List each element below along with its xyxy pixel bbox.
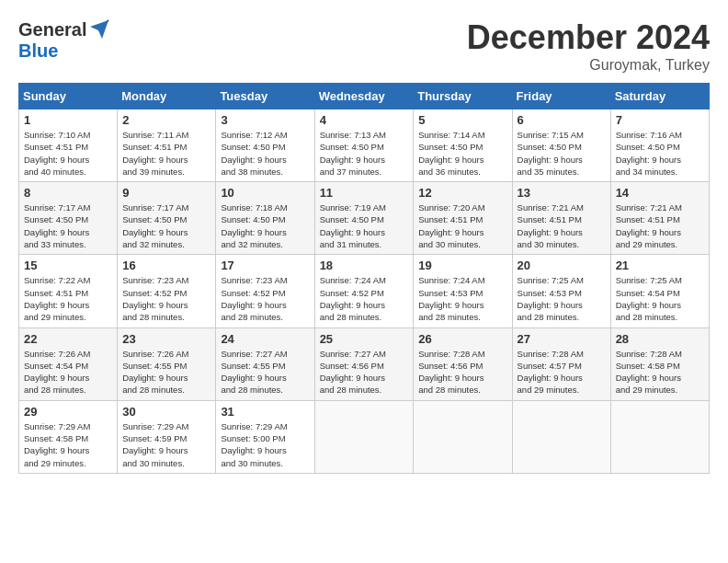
day-info: Sunrise: 7:11 AMSunset: 4:51 PMDaylight:…	[122, 129, 210, 178]
day-number: 8	[24, 186, 112, 200]
day-cell: 20Sunrise: 7:25 AMSunset: 4:53 PMDayligh…	[512, 255, 610, 327]
day-cell: 26Sunrise: 7:28 AMSunset: 4:56 PMDayligh…	[414, 327, 512, 400]
header-monday: Monday	[118, 84, 216, 109]
week-row-1: 1Sunrise: 7:10 AMSunset: 4:51 PMDaylight…	[19, 109, 710, 182]
day-info: Sunrise: 7:21 AMSunset: 4:51 PMDaylight:…	[518, 201, 606, 250]
logo-general-text: General	[18, 19, 86, 40]
day-info: Sunrise: 7:24 AMSunset: 4:53 PMDaylight:…	[418, 274, 506, 323]
day-number: 21	[616, 259, 704, 272]
day-info: Sunrise: 7:16 AMSunset: 4:50 PMDaylight:…	[616, 129, 704, 178]
day-cell: 6Sunrise: 7:15 AMSunset: 4:50 PMDaylight…	[512, 109, 610, 182]
day-number: 16	[122, 259, 210, 272]
location-subtitle: Guroymak, Turkey	[467, 57, 710, 74]
week-row-3: 15Sunrise: 7:22 AMSunset: 4:51 PMDayligh…	[19, 255, 710, 327]
day-number: 25	[320, 332, 409, 346]
day-number: 19	[418, 259, 506, 272]
day-cell: 2Sunrise: 7:11 AMSunset: 4:51 PMDaylight…	[118, 109, 216, 182]
day-info: Sunrise: 7:26 AMSunset: 4:55 PMDaylight:…	[122, 348, 210, 396]
header-tuesday: Tuesday	[216, 84, 314, 109]
day-number: 2	[122, 113, 210, 127]
day-info: Sunrise: 7:14 AMSunset: 4:50 PMDaylight:…	[418, 129, 506, 178]
day-cell: 22Sunrise: 7:26 AMSunset: 4:54 PMDayligh…	[19, 327, 118, 400]
day-number: 26	[418, 332, 506, 346]
week-row-5: 29Sunrise: 7:29 AMSunset: 4:58 PMDayligh…	[19, 400, 710, 473]
day-info: Sunrise: 7:22 AMSunset: 4:51 PMDaylight:…	[24, 274, 112, 323]
day-cell: 27Sunrise: 7:28 AMSunset: 4:57 PMDayligh…	[512, 327, 610, 400]
day-cell	[512, 400, 610, 473]
day-cell: 9Sunrise: 7:17 AMSunset: 4:50 PMDaylight…	[118, 182, 216, 255]
day-info: Sunrise: 7:29 AMSunset: 4:58 PMDaylight:…	[24, 420, 112, 469]
week-row-2: 8Sunrise: 7:17 AMSunset: 4:50 PMDaylight…	[19, 182, 710, 255]
day-info: Sunrise: 7:19 AMSunset: 4:50 PMDaylight:…	[320, 201, 409, 250]
day-cell: 4Sunrise: 7:13 AMSunset: 4:50 PMDaylight…	[314, 109, 414, 182]
day-cell: 23Sunrise: 7:26 AMSunset: 4:55 PMDayligh…	[118, 327, 216, 400]
day-info: Sunrise: 7:25 AMSunset: 4:53 PMDaylight:…	[518, 274, 606, 323]
day-number: 22	[24, 332, 112, 346]
day-number: 18	[320, 259, 409, 272]
day-number: 7	[616, 113, 704, 127]
page-header: General Blue December 2024 Guroymak, Tur…	[18, 18, 710, 74]
day-cell: 8Sunrise: 7:17 AMSunset: 4:50 PMDaylight…	[19, 182, 118, 255]
day-cell: 1Sunrise: 7:10 AMSunset: 4:51 PMDaylight…	[19, 109, 118, 182]
day-info: Sunrise: 7:28 AMSunset: 4:57 PMDaylight:…	[518, 348, 606, 396]
day-info: Sunrise: 7:12 AMSunset: 4:50 PMDaylight:…	[221, 129, 309, 178]
day-cell: 17Sunrise: 7:23 AMSunset: 4:52 PMDayligh…	[216, 255, 314, 327]
day-number: 3	[221, 113, 309, 127]
day-info: Sunrise: 7:20 AMSunset: 4:51 PMDaylight:…	[418, 201, 506, 250]
day-cell: 21Sunrise: 7:25 AMSunset: 4:54 PMDayligh…	[610, 255, 709, 327]
day-cell: 5Sunrise: 7:14 AMSunset: 4:50 PMDaylight…	[414, 109, 512, 182]
day-cell: 14Sunrise: 7:21 AMSunset: 4:51 PMDayligh…	[610, 182, 709, 255]
day-info: Sunrise: 7:17 AMSunset: 4:50 PMDaylight:…	[24, 201, 112, 250]
day-info: Sunrise: 7:23 AMSunset: 4:52 PMDaylight:…	[221, 274, 309, 323]
day-info: Sunrise: 7:18 AMSunset: 4:50 PMDaylight:…	[221, 201, 309, 250]
logo: General Blue	[18, 18, 110, 62]
day-info: Sunrise: 7:15 AMSunset: 4:50 PMDaylight:…	[518, 129, 606, 178]
day-info: Sunrise: 7:25 AMSunset: 4:54 PMDaylight:…	[616, 274, 704, 323]
header-saturday: Saturday	[610, 84, 709, 109]
day-info: Sunrise: 7:17 AMSunset: 4:50 PMDaylight:…	[122, 201, 210, 250]
day-cell: 15Sunrise: 7:22 AMSunset: 4:51 PMDayligh…	[19, 255, 118, 327]
header-sunday: Sunday	[19, 84, 118, 109]
day-number: 28	[616, 332, 704, 346]
day-info: Sunrise: 7:29 AMSunset: 5:00 PMDaylight:…	[221, 420, 309, 469]
day-number: 4	[320, 113, 409, 127]
day-cell: 18Sunrise: 7:24 AMSunset: 4:52 PMDayligh…	[314, 255, 414, 327]
day-cell: 31Sunrise: 7:29 AMSunset: 5:00 PMDayligh…	[216, 400, 314, 473]
day-cell: 3Sunrise: 7:12 AMSunset: 4:50 PMDaylight…	[216, 109, 314, 182]
day-number: 23	[122, 332, 210, 346]
day-number: 27	[518, 332, 606, 346]
day-number: 12	[418, 186, 506, 200]
day-number: 9	[122, 186, 210, 200]
day-cell: 7Sunrise: 7:16 AMSunset: 4:50 PMDaylight…	[610, 109, 709, 182]
day-cell	[610, 400, 709, 473]
day-number: 20	[518, 259, 606, 272]
day-info: Sunrise: 7:27 AMSunset: 4:56 PMDaylight:…	[320, 348, 409, 396]
day-cell: 30Sunrise: 7:29 AMSunset: 4:59 PMDayligh…	[118, 400, 216, 473]
day-info: Sunrise: 7:24 AMSunset: 4:52 PMDaylight:…	[320, 274, 409, 323]
day-number: 30	[122, 405, 210, 419]
title-section: December 2024 Guroymak, Turkey	[467, 18, 710, 74]
day-cell: 12Sunrise: 7:20 AMSunset: 4:51 PMDayligh…	[414, 182, 512, 255]
day-cell: 28Sunrise: 7:28 AMSunset: 4:58 PMDayligh…	[610, 327, 709, 400]
day-cell: 19Sunrise: 7:24 AMSunset: 4:53 PMDayligh…	[414, 255, 512, 327]
day-cell	[314, 400, 414, 473]
day-info: Sunrise: 7:10 AMSunset: 4:51 PMDaylight:…	[24, 129, 112, 178]
month-title: December 2024	[467, 18, 710, 57]
logo-bird-icon	[88, 18, 110, 40]
day-cell: 24Sunrise: 7:27 AMSunset: 4:55 PMDayligh…	[216, 327, 314, 400]
calendar-table: SundayMondayTuesdayWednesdayThursdayFrid…	[18, 83, 710, 474]
day-info: Sunrise: 7:29 AMSunset: 4:59 PMDaylight:…	[122, 420, 210, 469]
calendar-header-row: SundayMondayTuesdayWednesdayThursdayFrid…	[19, 84, 710, 109]
day-number: 24	[221, 332, 309, 346]
day-number: 1	[24, 113, 112, 127]
day-info: Sunrise: 7:23 AMSunset: 4:52 PMDaylight:…	[122, 274, 210, 323]
day-number: 5	[418, 113, 506, 127]
day-cell: 16Sunrise: 7:23 AMSunset: 4:52 PMDayligh…	[118, 255, 216, 327]
day-cell: 29Sunrise: 7:29 AMSunset: 4:58 PMDayligh…	[19, 400, 118, 473]
logo-blue-text: Blue	[18, 40, 58, 62]
week-row-4: 22Sunrise: 7:26 AMSunset: 4:54 PMDayligh…	[19, 327, 710, 400]
day-number: 14	[616, 186, 704, 200]
day-number: 6	[518, 113, 606, 127]
header-wednesday: Wednesday	[314, 84, 414, 109]
day-cell: 13Sunrise: 7:21 AMSunset: 4:51 PMDayligh…	[512, 182, 610, 255]
